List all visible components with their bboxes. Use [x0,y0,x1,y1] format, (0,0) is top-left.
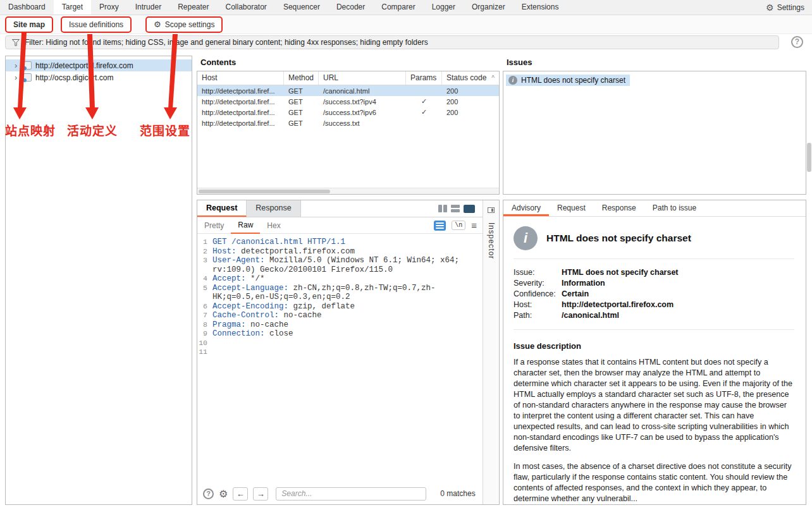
column-params[interactable]: Params [406,71,442,85]
field-label: Issue: [514,267,562,278]
cell-url: /success.txt?ipv4 [319,98,406,106]
gear-icon[interactable]: ⚙ [219,488,228,500]
tab-scope-settings[interactable]: ⚙ Scope settings [148,18,220,31]
cell-host: http://detectportal.firef... [197,98,284,106]
table-row[interactable]: http://detectportal.firef... GET /canoni… [197,85,499,96]
tab-decoder[interactable]: Decoder [328,0,373,15]
table-row[interactable]: http://detectportal.firef... GET /succes… [197,118,499,128]
cell-method: GET [284,98,319,106]
match-count: 0 matches [440,489,475,498]
cell-method: GET [284,109,319,116]
previous-match-button[interactable]: ← [233,487,248,501]
annotation-label-site-map: 站点映射 [5,121,56,138]
column-method[interactable]: Method [284,71,319,85]
issues-title: Issues [507,58,532,67]
column-host[interactable]: Host [197,71,284,85]
field-label: Severity: [514,278,562,289]
split-horizontal-icon[interactable] [451,205,460,212]
annotation-box-issue-definitions: Issue definitions [61,16,132,33]
inspector-panel[interactable]: Inspector [483,200,499,504]
field-label: Host: [514,300,562,310]
inspector-label: Inspector [487,222,496,259]
settings-label: Settings [777,3,804,12]
request-editor[interactable]: 1GET /canonical.html HTTP/1.1 2Host: det… [197,234,483,482]
tree-item-detectportal[interactable]: › http://detectportal.firefox.com [6,59,192,71]
layout-toggle-group [438,200,483,217]
tab-sequencer[interactable]: Sequencer [275,0,328,15]
tab-issue-definitions[interactable]: Issue definitions [63,18,129,31]
split-vertical-icon[interactable] [438,205,447,212]
tab-proxy[interactable]: Proxy [91,0,127,15]
annotation-label-issue-definitions: 活动定义 [67,121,118,138]
chevron-right-icon: › [15,61,20,70]
search-input[interactable] [276,487,426,501]
issue-description-paragraph: In most cases, the absence of a charset … [514,461,794,504]
issue-label: HTML does not specify charset [521,76,625,85]
tab-pretty[interactable]: Pretty [197,218,231,233]
site-node-icon [23,61,32,70]
hamburger-menu-icon[interactable]: ≡ [471,220,477,231]
tab-logger[interactable]: Logger [424,0,464,15]
divider [514,258,794,259]
advisory-header: i HTML does not specify charset [514,226,794,250]
single-view-icon[interactable] [464,205,475,213]
cell-status: 200 [442,87,499,95]
tree-item-ocsp[interactable]: › http://ocsp.digicert.com [6,71,192,83]
filter-row: Filter: Hiding not found items; hiding C… [0,35,812,51]
tab-dashboard[interactable]: Dashboard [0,0,54,15]
column-status-code[interactable]: Status code ^ [442,71,499,85]
tab-comparer[interactable]: Comparer [373,0,423,15]
column-url[interactable]: URL [319,71,406,85]
tab-extensions[interactable]: Extensions [514,0,567,15]
scrollbar-thumb[interactable] [807,143,811,172]
scope-settings-label: Scope settings [165,20,215,29]
tree-item-label: http://detectportal.firefox.com [35,61,133,70]
tab-hex[interactable]: Hex [260,218,287,233]
table-row[interactable]: http://detectportal.firef... GET /succes… [197,96,499,107]
tab-collaborator[interactable]: Collaborator [218,0,275,15]
horizontal-scrollbar[interactable] [197,188,499,194]
tab-organizer[interactable]: Organizer [464,0,514,15]
tab-response[interactable]: Response [247,200,300,217]
settings-button[interactable]: ⚙ Settings [758,0,812,15]
tab-advisory-request[interactable]: Request [549,200,594,216]
advisory-panel: Advisory Request Response Path to issue … [503,200,806,505]
tab-advisory[interactable]: Advisory [503,200,549,216]
tab-path-to-issue[interactable]: Path to issue [644,200,704,216]
tab-advisory-response[interactable]: Response [594,200,644,216]
tab-request[interactable]: Request [197,200,247,217]
cell-params-check: ✓ [406,108,442,116]
scrollbar-thumb[interactable] [199,190,330,193]
advisory-content: i HTML does not specify charset Issue:HT… [503,217,806,504]
tab-target[interactable]: Target [54,0,91,15]
next-match-button[interactable]: → [253,487,268,501]
table-row[interactable]: http://detectportal.firef... GET /succes… [197,107,499,118]
filter-bar[interactable]: Filter: Hiding not found items; hiding C… [5,35,779,49]
tab-raw[interactable]: Raw [231,217,260,234]
cell-url: /canonical.html [319,87,406,95]
tab-intruder[interactable]: Intruder [127,0,169,15]
contents-table: Host Method URL Params Status code ^ htt… [197,71,500,195]
site-node-icon [23,73,32,82]
chevron-right-icon: › [15,73,20,82]
filter-funnel-icon [12,39,20,46]
annotation-label-scope-settings: 范围设置 [140,121,190,138]
tab-site-map[interactable]: Site map [8,18,51,31]
help-button[interactable]: ? [791,36,803,48]
field-value: /canonical.html [562,310,619,321]
gear-icon: ⚙ [154,20,161,28]
issue-item[interactable]: i HTML does not specify charset [506,75,630,86]
help-button[interactable]: ? [203,489,214,499]
view-options: \n ≡ [434,220,483,231]
annotation-box-scope-settings: ⚙ Scope settings [145,16,223,33]
show-newlines-button[interactable]: \n [452,221,465,230]
syntax-highlight-icon[interactable] [434,221,446,231]
tab-repeater[interactable]: Repeater [169,0,217,15]
annotation-box-site-map: Site map [5,16,53,33]
cell-status: 200 [442,98,499,106]
divider [514,329,794,330]
cell-url: /success.txt [319,119,406,127]
vertical-scrollbar[interactable] [806,56,812,505]
field-value: Certain [562,289,589,300]
message-editor: Request Response Pretty Raw Hex \n ≡ 1GE… [197,200,500,505]
